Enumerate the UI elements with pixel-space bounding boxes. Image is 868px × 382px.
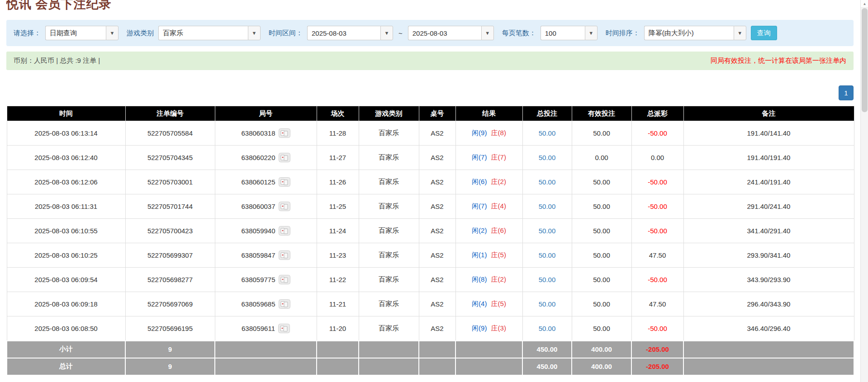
scrollbar-up-arrow[interactable]: ▲	[861, 0, 868, 8]
header-table-no: 桌号	[419, 106, 455, 121]
result-player: 闲(8)	[472, 275, 487, 283]
per-page-caret-button[interactable]: ▼	[585, 26, 598, 40]
header-session: 场次	[317, 106, 359, 121]
pagination-page-1-button[interactable]: 1	[839, 85, 854, 100]
page: 悦讯 会员下注纪录 请选择： ▼ 游戏类别 ▼ 时间区间： ▼ ~ ▼ 每页笔数…	[0, 0, 860, 376]
cell-payout: 47.50	[631, 292, 683, 316]
date-to-input[interactable]	[408, 26, 481, 40]
table-row: 2025-08-03 06:10:25 522705699307 6380598…	[7, 243, 854, 268]
sort-input[interactable]	[644, 26, 734, 40]
round-replay-icon[interactable]	[279, 202, 290, 211]
cell-note: 343.90/293.90	[683, 268, 854, 292]
select-label: 请选择：	[14, 29, 41, 38]
round-replay-icon[interactable]	[279, 153, 290, 162]
table-row: 2025-08-03 06:11:31 522705701744 6380600…	[7, 194, 854, 219]
cell-session: 11-23	[317, 243, 359, 268]
header-valid-bet: 有效投注	[572, 106, 631, 121]
cell-session: 11-26	[317, 170, 359, 194]
cell-total-bet: 50.00	[522, 146, 572, 170]
game-type-label: 游戏类别	[127, 29, 154, 38]
cell-bet-no: 522705705584	[125, 121, 215, 146]
round-number: 638060125	[241, 178, 275, 186]
cell-note: 341.40/291.40	[683, 219, 854, 243]
bet-records-table: 时间 注单编号 局号 场次 游戏类别 桌号 结果 总投注 有效投注 总派彩 备注…	[6, 106, 854, 376]
cell-note: 293.90/341.40	[683, 243, 854, 268]
cell-payout: -50.00	[631, 268, 683, 292]
chevron-down-icon: ▼	[384, 30, 389, 36]
subtotal-label: 小计	[7, 341, 125, 358]
cell-session: 11-24	[317, 219, 359, 243]
cell-result: 闲(8) 庄(2)	[455, 268, 522, 292]
query-type-caret-button[interactable]: ▼	[106, 26, 119, 40]
chevron-down-icon: ▼	[588, 30, 593, 36]
round-number: 638059940	[241, 227, 275, 235]
date-from-caret-button[interactable]: ▼	[380, 26, 393, 40]
sort-combobox: ▼	[644, 26, 746, 40]
cell-payout: -50.00	[631, 121, 683, 146]
cell-game-type: 百家乐	[359, 219, 419, 243]
subtotal-total-bet: 450.00	[522, 341, 572, 358]
cell-payout: -50.00	[631, 170, 683, 194]
chevron-down-icon: ▼	[252, 30, 257, 36]
cell-table-no: AS2	[419, 243, 455, 268]
header-result: 结果	[455, 106, 522, 121]
query-type-input[interactable]	[45, 26, 106, 40]
cell-time: 2025-08-03 06:12:40	[7, 146, 125, 170]
cell-result: 闲(4) 庄(5)	[455, 292, 522, 316]
cell-valid-bet: 50.00	[572, 316, 631, 341]
subtotal-row: 小计 9 450.00 400.00 -205.00	[7, 341, 854, 358]
result-player: 闲(6)	[472, 178, 487, 185]
cell-payout: 0.00	[631, 146, 683, 170]
date-to-caret-button[interactable]: ▼	[481, 26, 494, 40]
scrollbar-thumb[interactable]	[862, 8, 868, 112]
round-replay-icon[interactable]	[279, 299, 290, 309]
round-replay-icon[interactable]	[279, 177, 290, 187]
cell-table-no: AS2	[419, 170, 455, 194]
cell-valid-bet: 50.00	[572, 243, 631, 268]
vertical-scrollbar[interactable]: ▲	[860, 0, 868, 382]
header-total-bet: 总投注	[522, 106, 572, 121]
round-replay-icon[interactable]	[279, 250, 290, 260]
round-replay-icon[interactable]	[279, 275, 290, 284]
cell-game-type: 百家乐	[359, 243, 419, 268]
result-player: 闲(9)	[472, 129, 487, 137]
round-replay-icon[interactable]	[278, 324, 290, 333]
cell-time: 2025-08-03 06:08:50	[7, 316, 125, 341]
table-row: 2025-08-03 06:09:18 522705697069 6380596…	[7, 292, 854, 316]
game-type-input[interactable]	[158, 26, 248, 40]
cell-note: 191.40/191.40	[683, 146, 854, 170]
cell-round-no: 638059611	[215, 316, 317, 341]
cell-result: 闲(7) 庄(4)	[455, 194, 522, 219]
per-page-input[interactable]	[541, 26, 585, 40]
date-to-combobox: ▼	[408, 26, 494, 40]
cell-round-no: 638059685	[215, 292, 317, 316]
result-banker: 庄(2)	[491, 178, 506, 185]
round-number: 638059685	[241, 300, 275, 308]
summary-currency-total: 币别：人民币 | 总共 :9 注单 |	[14, 57, 100, 65]
result-banker: 庄(3)	[491, 324, 506, 332]
date-from-input[interactable]	[307, 26, 380, 40]
round-replay-icon[interactable]	[279, 226, 290, 236]
cell-bet-no: 522705697069	[125, 292, 215, 316]
cell-session: 11-27	[317, 146, 359, 170]
table-header-row: 时间 注单编号 局号 场次 游戏类别 桌号 结果 总投注 有效投注 总派彩 备注	[7, 106, 854, 121]
cell-valid-bet: 0.00	[572, 146, 631, 170]
filter-bar: 请选择： ▼ 游戏类别 ▼ 时间区间： ▼ ~ ▼ 每页笔数： ▼ 时间排序： …	[6, 20, 854, 46]
cell-game-type: 百家乐	[359, 268, 419, 292]
date-from-combobox: ▼	[307, 26, 393, 40]
search-button[interactable]: 查询	[751, 26, 777, 40]
round-replay-icon[interactable]	[279, 128, 290, 138]
game-type-caret-button[interactable]: ▼	[248, 26, 261, 40]
cell-bet-no: 522705698277	[125, 268, 215, 292]
sort-label: 时间排序：	[606, 29, 640, 38]
cell-round-no: 638060220	[215, 146, 317, 170]
cell-game-type: 百家乐	[359, 170, 419, 194]
game-type-combobox: ▼	[158, 26, 261, 40]
cell-table-no: AS2	[419, 146, 455, 170]
total-row: 总计 9 450.00 400.00 -205.00	[7, 358, 854, 375]
cell-total-bet: 50.00	[522, 243, 572, 268]
summary-bar: 币别：人民币 | 总共 :9 注单 | 同局有效投注，统一计算在该局第一张注单内	[6, 52, 854, 70]
result-banker: 庄(8)	[491, 129, 506, 137]
table-row: 2025-08-03 06:13:14 522705705584 6380603…	[7, 121, 854, 146]
sort-caret-button[interactable]: ▼	[734, 26, 746, 40]
